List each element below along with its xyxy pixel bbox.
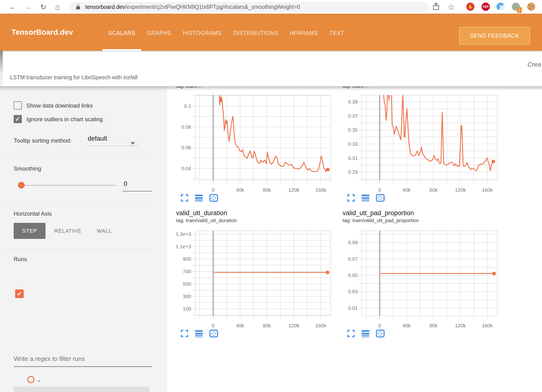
tab-text[interactable]: TEXT [324, 14, 350, 51]
experiment-subtitle: LSTM transducer training for LibriSpeech… [10, 74, 138, 81]
svg-text:0: 0 [212, 323, 215, 328]
tab-scalars[interactable]: SCALARS [103, 14, 141, 51]
fullscreen-icon[interactable] [180, 194, 189, 202]
svg-text:160k: 160k [482, 187, 493, 193]
cookie-extension-icon[interactable] [527, 3, 535, 11]
svg-text:0.29: 0.29 [348, 169, 358, 175]
tab-histograms[interactable]: HISTOGRAMS [177, 14, 227, 51]
svg-text:120k: 120k [455, 187, 466, 193]
tab-hparams[interactable]: HPARAMS [284, 14, 324, 51]
axis-relative-button[interactable]: RELATIVE [51, 223, 85, 239]
smoothing-slider-track[interactable] [21, 185, 115, 186]
app-logo[interactable]: TensorBoard.dev [12, 28, 73, 37]
svg-text:80k: 80k [263, 323, 271, 328]
chart-toolbar [180, 329, 334, 338]
svg-text:0.04: 0.04 [181, 166, 191, 171]
axis-wall-button[interactable]: WALL [91, 223, 117, 239]
svg-text:0.1: 0.1 [184, 103, 191, 109]
forward-icon[interactable]: → [25, 3, 32, 11]
fit-domain-icon[interactable] [209, 329, 218, 338]
smoothing-value-input[interactable] [123, 180, 152, 191]
svg-text:0.01: 0.01 [348, 305, 358, 311]
fullscreen-icon[interactable] [180, 329, 189, 338]
lock-icon [76, 5, 80, 9]
chart-toolbar [347, 194, 500, 202]
abp-extension-icon[interactable]: ABP [482, 3, 490, 11]
svg-text:160k: 160k [482, 323, 493, 328]
svg-text:0.35: 0.35 [348, 127, 358, 133]
svg-text:0.03: 0.03 [348, 289, 358, 294]
experiment-banner: Crea LSTM transducer training for LibriS… [3, 51, 542, 86]
created-clipped-text: Crea [528, 61, 541, 68]
adblock-hand-extension-icon[interactable]: ✋ [466, 3, 474, 11]
fullscreen-icon[interactable] [347, 329, 355, 338]
chart-panel-clipped-1: tag: train/… 040k80k120k160k0.040.060.08… [168, 84, 334, 202]
fit-domain-icon[interactable] [209, 194, 218, 202]
send-feedback-button[interactable]: SEND FEEDBACK [459, 27, 530, 45]
divider [3, 249, 152, 249]
address-bar[interactable]: tensorboard.dev/experiment/cj2vtPiwQHKN9… [69, 2, 429, 12]
show-download-links-checkbox[interactable] [14, 101, 22, 110]
run-color-circle-icon[interactable] [27, 376, 35, 383]
log-scale-bars-icon[interactable] [195, 194, 203, 202]
svg-text:120k: 120k [288, 187, 300, 193]
ignore-outliers-label: Ignore outliers in chart scaling [26, 116, 103, 123]
svg-text:0.39: 0.39 [348, 99, 358, 104]
url-text[interactable]: tensorboard.dev/experiment/cj2vtPiwQHKN9… [85, 4, 300, 10]
run-checkbox[interactable]: ✓ [15, 289, 24, 298]
bookmark-star-icon[interactable]: ☆ [448, 2, 455, 12]
chevron-down-icon[interactable] [131, 142, 135, 145]
smoothing-label: Smoothing [14, 165, 41, 172]
fit-domain-icon[interactable] [376, 329, 385, 338]
svg-text:40k: 40k [403, 323, 411, 328]
run-name-dot [38, 380, 40, 382]
scalar-chart[interactable]: 040k80k120k160k0.010.030.050.070.09 [335, 222, 500, 329]
tab-graphs[interactable]: GRAPHS [141, 14, 177, 51]
horizontal-axis-label: Horizontal Axis [14, 210, 52, 217]
share-icon[interactable] [432, 2, 440, 12]
svg-text:160k: 160k [315, 187, 326, 193]
svg-text:80k: 80k [429, 323, 438, 328]
runs-filter-input[interactable] [14, 355, 152, 367]
tooltip-sorting-select[interactable]: default [88, 135, 107, 142]
fit-domain-icon[interactable] [376, 194, 385, 202]
home-icon[interactable]: ⌂ [55, 2, 60, 12]
svg-text:0.08: 0.08 [181, 124, 191, 130]
tab-distributions[interactable]: DISTRIBUTIONS [227, 14, 284, 51]
tensorboard-dev-window: ← → ↻ ⌂ tensorboard.dev/experiment/cj2vt… [0, 0, 542, 392]
svg-text:700: 700 [183, 269, 191, 274]
chart-toolbar [347, 329, 500, 338]
show-download-links-label: Show data download links [26, 102, 93, 109]
svg-text:300: 300 [183, 294, 191, 299]
divider [3, 158, 152, 158]
scalar-chart[interactable]: 040k80k120k160k0.040.060.080.1 [168, 87, 334, 193]
log-scale-bars-icon[interactable] [361, 194, 369, 202]
svg-text:1.1e+3: 1.1e+3 [176, 244, 191, 249]
svg-text:100: 100 [183, 306, 191, 311]
svg-text:80k: 80k [429, 187, 438, 193]
toggle-all-runs-button[interactable]: TOGGLE ALL RUNS [14, 386, 149, 392]
smoothing-slider-thumb[interactable] [18, 182, 25, 189]
reload-icon[interactable]: ↻ [40, 3, 46, 11]
svg-text:0.33: 0.33 [348, 141, 358, 147]
log-scale-bars-icon[interactable] [195, 329, 203, 338]
axis-step-button[interactable]: STEP [14, 223, 46, 239]
svg-text:80k: 80k [263, 187, 271, 193]
vivaldi-extension-icon[interactable]: V [496, 3, 505, 11]
chart-panel-valid-utt-duration: valid_utt_duration tag: train/valid_utt_… [168, 209, 334, 338]
tooltip-sorting-label: Tooltip sorting method: [14, 137, 71, 144]
back-icon[interactable]: ← [9, 3, 16, 11]
svg-text:0: 0 [378, 323, 381, 328]
svg-text:900: 900 [183, 256, 191, 262]
scalar-chart[interactable]: 040k80k120k160k1003005007009001.1e+31.3e… [168, 222, 334, 329]
browser-toolbar: ← → ↻ ⌂ tensorboard.dev/experiment/cj2vt… [0, 0, 542, 14]
svg-text:0.37: 0.37 [348, 113, 358, 119]
svg-text:0.07: 0.07 [348, 256, 358, 262]
log-scale-bars-icon[interactable] [361, 329, 369, 338]
scalar-chart[interactable]: 040k80k120k160k0.290.310.330.350.370.39 [335, 87, 500, 193]
svg-text:1.3e+3: 1.3e+3 [176, 231, 191, 237]
ignore-outliers-checkbox[interactable]: ✓ [14, 115, 22, 123]
svg-text:0.05: 0.05 [348, 272, 358, 278]
svg-text:40k: 40k [236, 323, 244, 328]
fullscreen-icon[interactable] [347, 194, 355, 202]
